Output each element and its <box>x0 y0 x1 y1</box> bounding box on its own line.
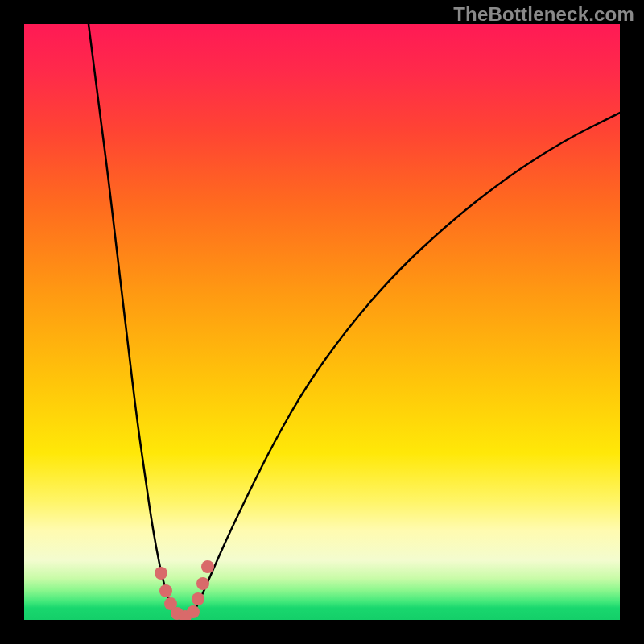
plot-area <box>24 24 620 620</box>
marker-dot <box>201 560 214 573</box>
marker-dot <box>155 567 167 580</box>
marker-dot <box>192 592 204 605</box>
marker-dot <box>196 577 209 590</box>
curve-right <box>193 113 620 613</box>
marker-dot <box>159 584 172 597</box>
watermark-text: TheBottleneck.com <box>453 3 634 26</box>
chart-svg <box>24 24 620 620</box>
marker-dot <box>187 605 200 618</box>
outer-frame: TheBottleneck.com <box>0 0 644 644</box>
curve-left <box>89 24 175 613</box>
